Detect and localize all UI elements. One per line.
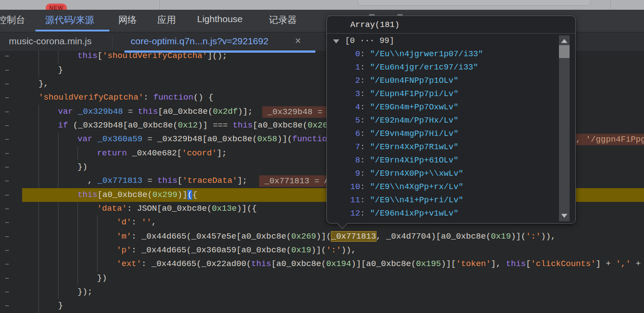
token-str: 'shouldVerifyCaptcha' xyxy=(102,51,207,61)
gutter-marker[interactable]: – xyxy=(4,174,9,188)
scroll-up-icon[interactable] xyxy=(561,39,567,43)
gutter-marker[interactable]: – xyxy=(4,243,9,257)
array-item-12[interactable]: 12: "/E96n4ixPp+v1wLv" xyxy=(327,207,558,220)
array-item-5[interactable]: 5: "/E92n4m/Pp7Hx/Lv" xyxy=(327,114,558,128)
scroll-down-icon[interactable] xyxy=(561,214,567,218)
token-kw: var xyxy=(58,107,73,116)
array-item-7[interactable]: 7: "/E9rn4XxPp7R1wLv" xyxy=(327,141,558,154)
code-line-18[interactable]: –} xyxy=(0,299,644,313)
array-item-8[interactable]: 8: "/E9rn4XiPp+61OLv" xyxy=(327,154,558,167)
indent-guide xyxy=(39,174,39,188)
panel-tab-0[interactable]: 控制台 xyxy=(0,14,25,26)
gutter-marker[interactable]: – xyxy=(4,132,9,146)
indent-guide xyxy=(58,230,58,243)
array-item-2[interactable]: 2: "/Eu0n4FNPp7p1OLv" xyxy=(327,74,558,88)
gutter-marker[interactable]: – xyxy=(4,188,9,202)
token-op: + xyxy=(636,259,640,269)
gutter-marker[interactable]: – xyxy=(4,202,9,216)
token-kw: this xyxy=(78,51,97,61)
indent-guide xyxy=(58,285,58,299)
gutter-marker[interactable]: – xyxy=(4,216,9,229)
token-num: 0x269 xyxy=(291,232,316,241)
code-line-13[interactable]: –'m': _0x44d665(_0x457e5e[a0_0xbc8e(0x26… xyxy=(0,230,644,243)
array-item-0[interactable]: 0: "/Eu\\n4jgrwer1p07/i33" xyxy=(327,48,558,61)
strip-divider xyxy=(159,0,160,10)
token-pl: }); xyxy=(78,287,93,297)
panel-tab-2[interactable]: 网络 xyxy=(118,14,137,26)
token-pl: : JSON[a0_0xbc8e( xyxy=(127,204,212,213)
file-tab-0[interactable]: music-corona.min.js xyxy=(9,36,92,46)
close-tab-icon[interactable]: × xyxy=(295,35,301,47)
token-str: 'token' xyxy=(456,259,491,269)
panel-tab-3[interactable]: 应用 xyxy=(157,14,176,26)
token-pl: )]( xyxy=(277,134,292,144)
panel-tab-5[interactable]: 记录器 xyxy=(269,14,297,26)
array-range-row[interactable]: [0 ··· 99] xyxy=(327,35,558,48)
gutter-marker[interactable]: – xyxy=(4,257,9,271)
gutter-marker[interactable]: – xyxy=(4,271,9,285)
code-line-14[interactable]: –'p': _0x44d665(_0x360a59[a0_0xbc8e(0x19… xyxy=(0,243,644,257)
indent-guide xyxy=(39,202,39,216)
gutter-marker[interactable]: – xyxy=(4,160,9,174)
strip-divider xyxy=(610,0,611,10)
panel-tab-1[interactable]: 源代码/来源 xyxy=(45,14,94,26)
code-line-15[interactable]: –'ext': _0x44d665(_0x22ad00(this[a0_0xbc… xyxy=(0,257,644,271)
token-str: 'ext' xyxy=(116,259,141,269)
token-kw: function xyxy=(153,93,193,102)
token-num: 0x194 xyxy=(326,259,351,269)
array-item-6[interactable]: 6: "/E9vn4mgPp7Hi/Lv" xyxy=(327,128,558,141)
token-def: _0x329b48 xyxy=(78,107,123,116)
array-item-10[interactable]: 10: "/E9\\n4XgPp+rx/Lv" xyxy=(327,181,558,194)
token-op: = xyxy=(143,134,158,144)
token-str: ':' xyxy=(526,232,541,241)
token-pl: } xyxy=(58,301,63,310)
token-str: 'p' xyxy=(116,245,132,255)
token-def: _0x360a59 xyxy=(97,134,142,144)
array-item-3[interactable]: 3: "/Eupn4F1Pp7pi/Lv" xyxy=(327,88,558,101)
gutter-marker[interactable]: – xyxy=(4,63,9,77)
page-input-box xyxy=(357,0,591,6)
indent-guide xyxy=(97,230,97,243)
array-item-4[interactable]: 4: "/E9Gn4m+Pp7OxwLv" xyxy=(327,101,558,114)
array-item-11[interactable]: 11: "/E9\\n4i+Pp+ri/Lv" xyxy=(327,194,558,207)
token-def: _0x771813 xyxy=(97,176,142,185)
gutter-marker[interactable]: – xyxy=(4,105,9,119)
token-str: ',' xyxy=(616,259,631,269)
token-pl: : _0x44d665(_0x22ad00( xyxy=(141,259,251,269)
token-pl: () { xyxy=(193,93,213,102)
gutter-marker[interactable]: – xyxy=(4,147,9,160)
indent-guide xyxy=(97,216,97,229)
file-tab-divider xyxy=(112,35,113,48)
token-pl: ] xyxy=(596,259,606,269)
gutter-marker[interactable]: – xyxy=(4,119,9,132)
chevron-down-icon[interactable] xyxy=(333,39,339,43)
gutter-marker[interactable]: – xyxy=(4,77,9,91)
popup-scrollbar[interactable] xyxy=(559,35,570,221)
token-pl: }) xyxy=(97,273,107,283)
token-pl: )]( xyxy=(311,245,326,255)
panel-tab-4[interactable]: Lighthouse xyxy=(197,14,243,24)
code-line-17[interactable]: –}); xyxy=(0,285,644,299)
indent-guide xyxy=(39,188,39,202)
token-str: 'coord' xyxy=(182,148,217,158)
array-item-9[interactable]: 9: "/E9rn4X0Pp+\\xwLv" xyxy=(327,167,558,181)
code-line-16[interactable]: –}) xyxy=(0,271,644,285)
token-op: === xyxy=(213,120,228,130)
gutter-marker[interactable]: – xyxy=(4,285,9,299)
gutter-marker[interactable]: – xyxy=(4,230,9,243)
token-num: 0x19 xyxy=(491,232,511,241)
indent-guide xyxy=(58,132,58,146)
array-item-1[interactable]: 1: "/Eu6n4jgr/er1c97/i33" xyxy=(327,61,558,74)
gutter-marker[interactable]: – xyxy=(4,49,9,63)
gutter-marker[interactable]: – xyxy=(4,91,9,104)
token-pl: _0x40e682[ xyxy=(127,148,182,158)
token-pl: )), xyxy=(541,232,556,241)
token-pl: [a0_0xbc8e( xyxy=(97,190,152,200)
object-preview-popup: Array(181) [0 ··· 99]0: "/Eu\\n4jgrwer1p… xyxy=(326,15,576,224)
token-pl: }, xyxy=(39,79,49,89)
token-str: 'data' xyxy=(97,204,127,213)
token-pl xyxy=(228,120,233,130)
gutter-marker[interactable]: – xyxy=(4,299,9,313)
scrollbar-thumb[interactable] xyxy=(559,45,570,58)
file-tab-1[interactable]: core-optimi.q7n...n.js?v=2921692 xyxy=(131,36,268,46)
